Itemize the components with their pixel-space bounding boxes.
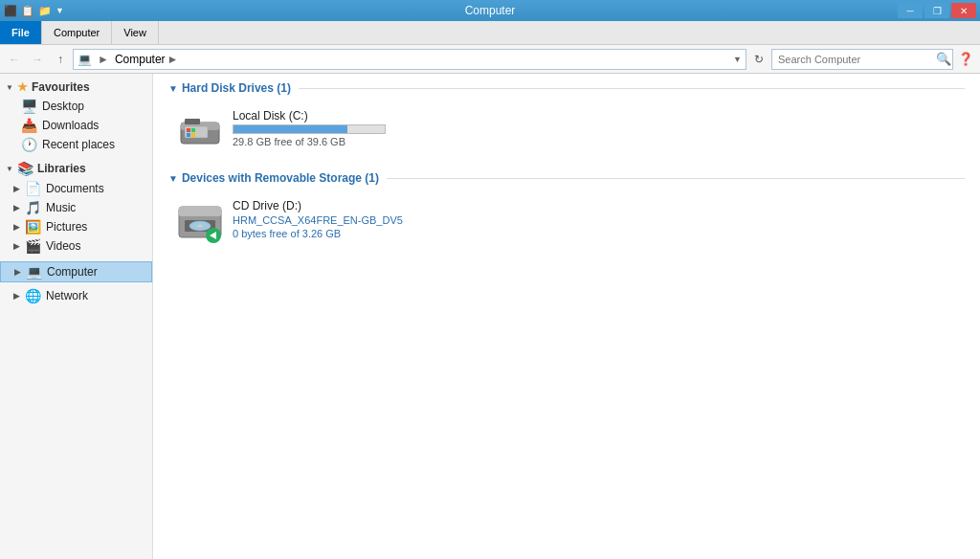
removable-title: ▼ Devices with Removable Storage (1) bbox=[168, 171, 379, 185]
sidebar-item-downloads[interactable]: 📥 Downloads bbox=[0, 116, 152, 135]
removable-label: Devices with Removable Storage (1) bbox=[182, 171, 379, 185]
computer-sidebar-icon: 💻 bbox=[26, 264, 42, 280]
search-wrapper: 🔍 bbox=[771, 49, 953, 70]
sidebar: ▼ ★ Favourites 🖥️ Desktop 📥 Downloads 🕐 … bbox=[0, 74, 153, 559]
drive-bar-fill bbox=[234, 125, 347, 133]
svg-rect-2 bbox=[185, 119, 200, 124]
sidebar-item-documents[interactable]: ▶ 📄 Documents bbox=[0, 179, 152, 198]
tab-view[interactable]: View bbox=[112, 21, 159, 44]
path-arrow: ► bbox=[98, 53, 109, 66]
svg-rect-7 bbox=[191, 133, 195, 137]
cd-drive-name: CD Drive (D:) bbox=[233, 199, 403, 212]
expand-arrow-pictures: ▶ bbox=[13, 222, 20, 232]
qa-icon-3: 📁 bbox=[38, 5, 52, 17]
sidebar-favourites-label: Favourites bbox=[32, 80, 90, 94]
ribbon-tabs: File Computer View bbox=[0, 21, 980, 44]
close-button[interactable]: ✕ bbox=[951, 3, 976, 18]
pictures-label: Pictures bbox=[46, 220, 87, 234]
sidebar-favourites-header[interactable]: ▼ ★ Favourites bbox=[0, 78, 152, 97]
refresh-button[interactable]: ↻ bbox=[748, 49, 769, 70]
expand-arrow-documents: ▶ bbox=[13, 184, 20, 193]
address-path[interactable]: 💻 ► Computer ► ▼ bbox=[73, 49, 746, 70]
address-bar: ← → ↑ 💻 ► Computer ► ▼ ↻ 🔍 ❓ bbox=[0, 45, 980, 74]
documents-label: Documents bbox=[46, 182, 104, 195]
sidebar-item-computer[interactable]: ▶ 💻 Computer bbox=[0, 261, 152, 282]
sidebar-libraries-label: Libraries bbox=[37, 162, 86, 175]
documents-icon: 📄 bbox=[25, 181, 41, 196]
window-title: Computer bbox=[465, 4, 516, 17]
svg-rect-4 bbox=[187, 128, 190, 132]
hard-disk-section-header: ▼ Hard Disk Drives (1) bbox=[168, 81, 965, 95]
address-dropdown-arrow[interactable]: ▼ bbox=[733, 55, 742, 64]
up-button[interactable]: ↑ bbox=[50, 49, 71, 70]
help-button[interactable]: ❓ bbox=[955, 49, 976, 70]
expand-arrow-music: ▶ bbox=[13, 203, 20, 212]
qa-icon-2: 📋 bbox=[21, 5, 34, 17]
drive-bar-container bbox=[233, 124, 386, 134]
svg-rect-6 bbox=[187, 133, 190, 137]
local-disk-info: Local Disk (C:) 29.8 GB free of 39.6 GB bbox=[233, 109, 386, 147]
search-button[interactable]: 🔍 bbox=[936, 52, 951, 66]
forward-button[interactable]: → bbox=[27, 49, 48, 70]
svg-point-12 bbox=[197, 225, 203, 228]
sidebar-libraries-header[interactable]: ▼ 📚 Libraries bbox=[0, 158, 152, 179]
restore-button[interactable]: ❐ bbox=[924, 3, 949, 18]
recent-icon: 🕐 bbox=[21, 137, 37, 152]
desktop-icon: 🖥️ bbox=[21, 99, 37, 114]
sidebar-item-desktop[interactable]: 🖥️ Desktop bbox=[0, 97, 152, 116]
removable-grid: CD Drive (D:) HRM_CCSA_X64FRE_EN-GB_DV5 … bbox=[168, 192, 965, 252]
downloads-label: Downloads bbox=[42, 119, 99, 132]
title-bar: ⬛ 📋 📁 ▼ Computer ─ ❐ ✕ bbox=[0, 0, 980, 21]
expand-arrow-computer: ▶ bbox=[14, 267, 21, 277]
section-arrow-removable: ▼ bbox=[168, 173, 178, 184]
sidebar-item-pictures[interactable]: ▶ 🖼️ Pictures bbox=[0, 217, 152, 236]
main-layout: ▼ ★ Favourites 🖥️ Desktop 📥 Downloads 🕐 … bbox=[0, 74, 980, 559]
removable-divider-line bbox=[387, 178, 965, 179]
content-area: ▼ Hard Disk Drives (1) bbox=[153, 74, 980, 559]
tab-computer[interactable]: Computer bbox=[42, 21, 112, 44]
local-disk-item[interactable]: Local Disk (C:) 29.8 GB free of 39.6 GB bbox=[168, 102, 394, 156]
expand-arrow-network: ▶ bbox=[13, 291, 20, 301]
search-input[interactable] bbox=[771, 49, 953, 70]
svg-rect-9 bbox=[179, 207, 221, 216]
hard-disk-title: ▼ Hard Disk Drives (1) bbox=[168, 81, 291, 95]
back-button[interactable]: ← bbox=[4, 49, 25, 70]
downloads-icon: 📥 bbox=[21, 118, 37, 133]
cd-icon bbox=[177, 199, 223, 245]
sidebar-item-recent-places[interactable]: 🕐 Recent places bbox=[0, 135, 152, 154]
drives-grid: Local Disk (C:) 29.8 GB free of 39.6 GB bbox=[168, 102, 965, 156]
sidebar-item-videos[interactable]: ▶ 🎬 Videos bbox=[0, 236, 152, 256]
minimize-button[interactable]: ─ bbox=[898, 3, 923, 18]
network-label: Network bbox=[46, 289, 88, 302]
network-icon: 🌐 bbox=[25, 288, 41, 303]
hdd-icon bbox=[177, 109, 223, 149]
title-bar-left: ⬛ 📋 📁 ▼ bbox=[4, 5, 64, 17]
sidebar-item-music[interactable]: ▶ 🎵 Music bbox=[0, 198, 152, 217]
svg-rect-5 bbox=[191, 128, 195, 132]
path-arrow2: ► bbox=[167, 53, 179, 66]
qa-icon-1: ⬛ bbox=[4, 5, 17, 17]
hard-disk-label: Hard Disk Drives (1) bbox=[182, 81, 291, 95]
local-disk-name: Local Disk (C:) bbox=[233, 109, 386, 123]
tab-file[interactable]: File bbox=[0, 21, 42, 44]
pictures-icon: 🖼️ bbox=[25, 219, 41, 235]
local-disk-free: 29.8 GB free of 39.6 GB bbox=[233, 136, 386, 147]
cd-drive-item[interactable]: CD Drive (D:) HRM_CCSA_X64FRE_EN-GB_DV5 … bbox=[168, 192, 412, 252]
recent-label: Recent places bbox=[42, 138, 115, 151]
libraries-expand-icon: ▼ bbox=[6, 165, 13, 173]
section-arrow-hdd: ▼ bbox=[168, 83, 178, 94]
music-label: Music bbox=[46, 201, 76, 214]
libraries-icon: 📚 bbox=[17, 161, 33, 176]
cd-drive-label: HRM_CCSA_X64FRE_EN-GB_DV5 bbox=[233, 214, 403, 226]
removable-section-header: ▼ Devices with Removable Storage (1) bbox=[168, 171, 965, 185]
expand-arrow-videos: ▶ bbox=[13, 241, 20, 251]
window-controls: ─ ❐ ✕ bbox=[898, 3, 976, 18]
favourites-star-icon: ★ bbox=[17, 80, 28, 94]
ribbon: File Computer View bbox=[0, 21, 980, 45]
videos-label: Videos bbox=[46, 239, 80, 253]
qa-dropdown-icon[interactable]: ▼ bbox=[56, 6, 64, 15]
desktop-label: Desktop bbox=[42, 100, 84, 113]
cd-info: CD Drive (D:) HRM_CCSA_X64FRE_EN-GB_DV5 … bbox=[233, 199, 403, 239]
sidebar-item-network[interactable]: ▶ 🌐 Network bbox=[0, 286, 152, 305]
path-computer: Computer bbox=[115, 53, 166, 66]
